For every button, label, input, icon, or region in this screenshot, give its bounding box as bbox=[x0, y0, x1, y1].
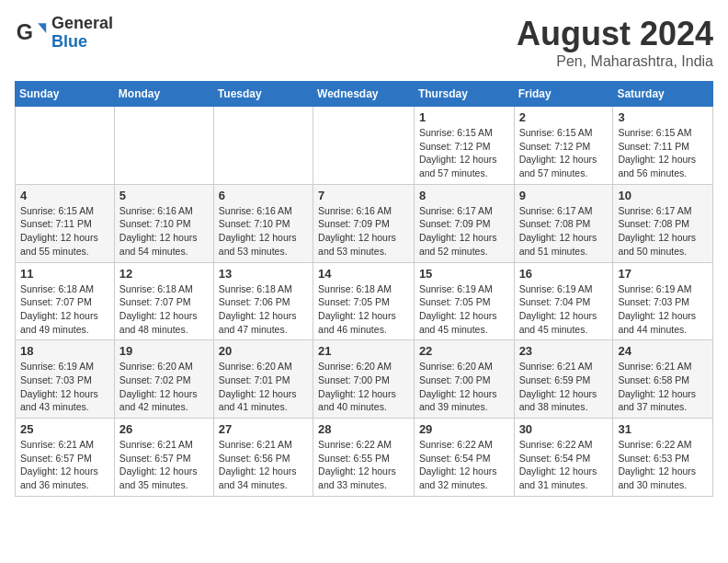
logo: G General Blue bbox=[15, 15, 113, 52]
day-number: 16 bbox=[519, 267, 609, 281]
day-info: Sunrise: 6:18 AM Sunset: 7:07 PM Dayligh… bbox=[119, 282, 209, 337]
calendar-cell: 30Sunrise: 6:22 AM Sunset: 6:54 PM Dayli… bbox=[514, 419, 613, 497]
day-number: 27 bbox=[219, 422, 308, 436]
day-info: Sunrise: 6:16 AM Sunset: 7:10 PM Dayligh… bbox=[219, 204, 308, 259]
calendar-week-row: 18Sunrise: 6:19 AM Sunset: 7:03 PM Dayli… bbox=[16, 340, 713, 419]
calendar-cell: 19Sunrise: 6:20 AM Sunset: 7:02 PM Dayli… bbox=[114, 340, 213, 419]
day-info: Sunrise: 6:22 AM Sunset: 6:54 PM Dayligh… bbox=[519, 438, 609, 492]
calendar-day-header: Sunday bbox=[16, 82, 115, 107]
day-number: 4 bbox=[20, 189, 109, 202]
calendar-cell bbox=[313, 107, 415, 185]
day-number: 2 bbox=[519, 110, 609, 124]
day-number: 20 bbox=[219, 344, 308, 358]
day-info: Sunrise: 6:18 AM Sunset: 7:05 PM Dayligh… bbox=[318, 282, 409, 337]
day-info: Sunrise: 6:20 AM Sunset: 7:00 PM Dayligh… bbox=[419, 360, 509, 414]
calendar-day-header: Wednesday bbox=[313, 82, 415, 107]
day-number: 29 bbox=[419, 422, 509, 436]
day-number: 3 bbox=[618, 110, 708, 124]
day-info: Sunrise: 6:22 AM Sunset: 6:55 PM Dayligh… bbox=[318, 438, 409, 492]
calendar-day-header: Thursday bbox=[414, 82, 514, 107]
logo-general-text: General bbox=[51, 15, 113, 33]
day-info: Sunrise: 6:21 AM Sunset: 6:56 PM Dayligh… bbox=[219, 438, 308, 492]
calendar-cell: 5Sunrise: 6:16 AM Sunset: 7:10 PM Daylig… bbox=[114, 184, 213, 262]
calendar-cell bbox=[114, 107, 213, 185]
calendar-table: SundayMondayTuesdayWednesdayThursdayFrid… bbox=[15, 81, 713, 497]
day-info: Sunrise: 6:17 AM Sunset: 7:08 PM Dayligh… bbox=[519, 204, 609, 259]
calendar-cell: 25Sunrise: 6:21 AM Sunset: 6:57 PM Dayli… bbox=[16, 419, 115, 497]
day-number: 7 bbox=[318, 189, 409, 202]
day-number: 21 bbox=[318, 344, 409, 358]
calendar-cell: 13Sunrise: 6:18 AM Sunset: 7:06 PM Dayli… bbox=[213, 262, 313, 340]
calendar-cell: 29Sunrise: 6:22 AM Sunset: 6:54 PM Dayli… bbox=[414, 419, 514, 497]
calendar-cell: 2Sunrise: 6:15 AM Sunset: 7:12 PM Daylig… bbox=[514, 107, 613, 185]
calendar-week-row: 11Sunrise: 6:18 AM Sunset: 7:07 PM Dayli… bbox=[16, 262, 713, 340]
svg-text:G: G bbox=[17, 20, 33, 44]
day-info: Sunrise: 6:16 AM Sunset: 7:10 PM Dayligh… bbox=[119, 204, 209, 259]
day-number: 24 bbox=[618, 344, 708, 358]
svg-marker-1 bbox=[38, 23, 46, 33]
day-info: Sunrise: 6:15 AM Sunset: 7:11 PM Dayligh… bbox=[618, 126, 708, 180]
day-number: 19 bbox=[119, 344, 209, 358]
day-info: Sunrise: 6:19 AM Sunset: 7:04 PM Dayligh… bbox=[519, 282, 609, 337]
calendar-cell: 10Sunrise: 6:17 AM Sunset: 7:08 PM Dayli… bbox=[613, 184, 713, 262]
month-title: August 2024 bbox=[517, 15, 713, 53]
page-header: G General Blue August 2024 Pen, Maharash… bbox=[15, 15, 713, 70]
calendar-cell: 4Sunrise: 6:15 AM Sunset: 7:11 PM Daylig… bbox=[16, 184, 115, 262]
calendar-day-header: Tuesday bbox=[213, 82, 313, 107]
calendar-day-header: Friday bbox=[514, 82, 613, 107]
logo-text: General Blue bbox=[51, 15, 113, 52]
day-info: Sunrise: 6:20 AM Sunset: 7:02 PM Dayligh… bbox=[119, 360, 209, 414]
day-info: Sunrise: 6:15 AM Sunset: 7:12 PM Dayligh… bbox=[519, 126, 609, 180]
calendar-cell: 23Sunrise: 6:21 AM Sunset: 6:59 PM Dayli… bbox=[514, 340, 613, 419]
day-number: 12 bbox=[119, 267, 209, 281]
day-info: Sunrise: 6:15 AM Sunset: 7:11 PM Dayligh… bbox=[20, 204, 109, 259]
calendar-cell: 20Sunrise: 6:20 AM Sunset: 7:01 PM Dayli… bbox=[213, 340, 313, 419]
day-info: Sunrise: 6:22 AM Sunset: 6:54 PM Dayligh… bbox=[419, 438, 509, 492]
location: Pen, Maharashtra, India bbox=[517, 53, 713, 70]
calendar-cell bbox=[213, 107, 313, 185]
calendar-cell: 31Sunrise: 6:22 AM Sunset: 6:53 PM Dayli… bbox=[613, 419, 713, 497]
calendar-day-header: Saturday bbox=[613, 82, 713, 107]
day-info: Sunrise: 6:17 AM Sunset: 7:09 PM Dayligh… bbox=[419, 204, 509, 259]
calendar-cell: 15Sunrise: 6:19 AM Sunset: 7:05 PM Dayli… bbox=[414, 262, 514, 340]
calendar-cell: 1Sunrise: 6:15 AM Sunset: 7:12 PM Daylig… bbox=[414, 107, 514, 185]
day-info: Sunrise: 6:19 AM Sunset: 7:05 PM Dayligh… bbox=[419, 282, 509, 337]
day-info: Sunrise: 6:20 AM Sunset: 7:01 PM Dayligh… bbox=[219, 360, 308, 414]
day-number: 11 bbox=[20, 267, 109, 281]
day-number: 23 bbox=[519, 344, 609, 358]
calendar-cell: 11Sunrise: 6:18 AM Sunset: 7:07 PM Dayli… bbox=[16, 262, 115, 340]
day-number: 1 bbox=[419, 110, 509, 124]
calendar-cell: 12Sunrise: 6:18 AM Sunset: 7:07 PM Dayli… bbox=[114, 262, 213, 340]
calendar-week-row: 4Sunrise: 6:15 AM Sunset: 7:11 PM Daylig… bbox=[16, 184, 713, 262]
day-info: Sunrise: 6:20 AM Sunset: 7:00 PM Dayligh… bbox=[318, 360, 409, 414]
day-number: 28 bbox=[318, 422, 409, 436]
calendar-cell: 22Sunrise: 6:20 AM Sunset: 7:00 PM Dayli… bbox=[414, 340, 514, 419]
calendar-week-row: 25Sunrise: 6:21 AM Sunset: 6:57 PM Dayli… bbox=[16, 419, 713, 497]
day-number: 5 bbox=[119, 189, 209, 202]
day-number: 13 bbox=[219, 267, 308, 281]
logo-blue-text: Blue bbox=[51, 33, 113, 52]
day-number: 14 bbox=[318, 267, 409, 281]
calendar-cell: 8Sunrise: 6:17 AM Sunset: 7:09 PM Daylig… bbox=[414, 184, 514, 262]
day-info: Sunrise: 6:18 AM Sunset: 7:07 PM Dayligh… bbox=[20, 282, 109, 337]
day-info: Sunrise: 6:19 AM Sunset: 7:03 PM Dayligh… bbox=[618, 282, 708, 337]
day-number: 18 bbox=[20, 344, 109, 358]
calendar-cell: 14Sunrise: 6:18 AM Sunset: 7:05 PM Dayli… bbox=[313, 262, 415, 340]
day-number: 8 bbox=[419, 189, 509, 202]
calendar-cell: 18Sunrise: 6:19 AM Sunset: 7:03 PM Dayli… bbox=[16, 340, 115, 419]
day-info: Sunrise: 6:16 AM Sunset: 7:09 PM Dayligh… bbox=[318, 204, 409, 259]
calendar-header-row: SundayMondayTuesdayWednesdayThursdayFrid… bbox=[16, 82, 713, 107]
day-info: Sunrise: 6:19 AM Sunset: 7:03 PM Dayligh… bbox=[20, 360, 109, 414]
calendar-cell: 6Sunrise: 6:16 AM Sunset: 7:10 PM Daylig… bbox=[213, 184, 313, 262]
day-number: 10 bbox=[618, 189, 708, 202]
calendar-cell bbox=[16, 107, 115, 185]
calendar-cell: 28Sunrise: 6:22 AM Sunset: 6:55 PM Dayli… bbox=[313, 419, 415, 497]
logo-icon: G bbox=[15, 17, 48, 50]
day-number: 31 bbox=[618, 422, 708, 436]
day-info: Sunrise: 6:17 AM Sunset: 7:08 PM Dayligh… bbox=[618, 204, 708, 259]
day-info: Sunrise: 6:22 AM Sunset: 6:53 PM Dayligh… bbox=[618, 438, 708, 492]
day-number: 22 bbox=[419, 344, 509, 358]
day-info: Sunrise: 6:21 AM Sunset: 6:57 PM Dayligh… bbox=[20, 438, 109, 492]
calendar-cell: 16Sunrise: 6:19 AM Sunset: 7:04 PM Dayli… bbox=[514, 262, 613, 340]
day-number: 9 bbox=[519, 189, 609, 202]
